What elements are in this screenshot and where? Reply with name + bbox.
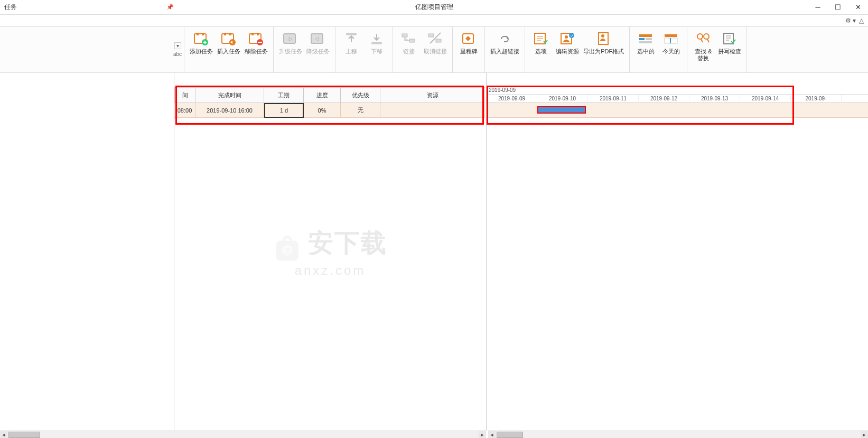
scroll-thumb[interactable] <box>8 432 40 438</box>
gear-icon[interactable]: ⚙ ▾ <box>845 17 856 24</box>
insert-task-label: 插入任务 <box>217 48 240 55</box>
ribbon-group-resource: 选项 编辑资源 导出为PDF格式 <box>525 27 630 72</box>
move-up-button[interactable]: 上移 <box>339 29 364 56</box>
remove-task-label: 移除任务 <box>245 48 268 55</box>
find-icon <box>695 30 712 47</box>
options-button[interactable]: 选项 <box>528 29 554 56</box>
timeline-row[interactable] <box>487 103 868 118</box>
col-resource[interactable]: 资源 <box>380 87 485 103</box>
milestone-icon <box>460 30 477 47</box>
svg-rect-32 <box>665 34 677 37</box>
svg-rect-2 <box>202 33 204 35</box>
milestone-button[interactable]: 里程碑 <box>456 29 481 56</box>
minimize-button[interactable]: ─ <box>808 0 828 15</box>
remove-task-button[interactable]: 移除任务 <box>242 29 270 56</box>
export-pdf-button[interactable]: 导出为PDF格式 <box>581 29 626 56</box>
selected-label: 选中的 <box>637 48 655 55</box>
svg-rect-17 <box>402 34 407 37</box>
abc-button[interactable]: abc <box>173 51 182 57</box>
edit-resource-label: 编辑资源 <box>556 48 579 55</box>
ribbon-group-view: 选中的 今天的 <box>630 27 687 72</box>
timeline-date[interactable]: 2019-09-13 <box>689 95 740 103</box>
scroll-left-icon[interactable]: ◄ <box>488 431 496 439</box>
cell-finish[interactable]: 2019-09-10 16:00 <box>195 103 264 118</box>
pin-icon[interactable]: 📌 <box>166 4 174 11</box>
export-pdf-icon <box>595 30 612 47</box>
svg-rect-15 <box>347 33 356 35</box>
edit-resource-button[interactable]: 编辑资源 <box>554 29 581 56</box>
export-pdf-label: 导出为PDF格式 <box>583 48 624 55</box>
options-icon <box>533 30 549 47</box>
dropdown-icon[interactable]: ▾ <box>174 42 181 49</box>
col-finish-time[interactable]: 完成时间 <box>195 87 264 103</box>
scroll-track[interactable] <box>7 431 479 439</box>
timeline-date[interactable]: 2019-09-14 <box>740 95 791 103</box>
col-progress[interactable]: 进度 <box>304 87 341 103</box>
options-label: 选项 <box>535 48 547 55</box>
watermark: 安 安下载 anxz.com <box>273 226 387 278</box>
find-replace-button[interactable]: 查找 & 替换 <box>690 29 716 63</box>
insert-hyperlink-button[interactable]: 插入超链接 <box>488 29 521 56</box>
cell-resource[interactable] <box>380 103 485 118</box>
hscroll-right[interactable]: ◄ ► <box>488 431 868 438</box>
timeline-date[interactable]: 2019-09- <box>791 95 842 103</box>
scroll-thumb[interactable] <box>497 432 523 438</box>
unlink-label: 取消链接 <box>424 48 447 55</box>
hyperlink-label: 插入超链接 <box>490 48 519 55</box>
svg-rect-12 <box>258 42 262 43</box>
timeline-date[interactable]: 2019-09-09 <box>487 95 537 103</box>
edit-resource-icon <box>559 30 576 47</box>
gantt-bar[interactable] <box>537 106 586 114</box>
table-row[interactable]: 08:00 2019-09-10 16:00 1 d 0% 无 <box>174 103 486 118</box>
ribbon-group-move: 上移 下移 <box>335 27 393 72</box>
quick-settings: ⚙ ▾ △ <box>0 15 868 26</box>
selected-icon <box>637 30 654 47</box>
downgrade-task-button[interactable]: 降级任务 <box>304 29 332 56</box>
scroll-left-icon[interactable]: ◄ <box>0 431 7 439</box>
grid-header: 间 完成时间 工期 进度 优先级 资源 <box>174 87 486 103</box>
unlink-button[interactable]: 取消链接 <box>422 29 449 56</box>
cell-duration[interactable]: 1 d <box>264 103 304 118</box>
add-task-button[interactable]: 添加任务 <box>188 29 215 56</box>
cell-progress[interactable]: 0% <box>304 103 341 118</box>
svg-rect-16 <box>372 42 381 44</box>
ribbon-group-level: 升级任务 降级任务 <box>274 27 335 72</box>
timeline-date[interactable]: 2019-09-10 <box>537 95 588 103</box>
scroll-right-icon[interactable]: ► <box>861 431 868 439</box>
scroll-right-icon[interactable]: ► <box>479 431 486 439</box>
svg-point-24 <box>565 35 568 39</box>
timeline-date[interactable]: 2019-09-12 <box>639 95 689 103</box>
svg-rect-1 <box>197 33 199 35</box>
upgrade-task-button[interactable]: 升级任务 <box>277 29 304 56</box>
col-duration[interactable]: 工期 <box>264 87 304 103</box>
move-up-label: 上移 <box>346 48 357 55</box>
spell-check-button[interactable]: 拼写检查 <box>716 29 743 56</box>
selected-button[interactable]: 选中的 <box>633 29 658 56</box>
today-label: 今天的 <box>662 48 680 55</box>
maximize-button[interactable]: ☐ <box>828 0 848 15</box>
find-replace-label: 查找 & 替换 <box>695 48 712 62</box>
cell-priority[interactable]: 无 <box>341 103 380 118</box>
hscroll-left[interactable]: ◄ ► <box>0 431 486 438</box>
svg-point-36 <box>704 34 709 39</box>
close-button[interactable]: ✕ <box>848 0 868 15</box>
downgrade-icon <box>310 30 326 47</box>
move-down-button[interactable]: 下移 <box>364 29 389 56</box>
timeline-start-label: 2019-09-09 <box>487 87 868 95</box>
timeline-date[interactable]: 2019-09-11 <box>588 95 639 103</box>
move-up-icon <box>343 30 360 47</box>
svg-rect-10 <box>257 33 259 35</box>
svg-rect-28 <box>639 34 652 37</box>
upgrade-label: 升级任务 <box>279 48 302 55</box>
cell-start-partial[interactable]: 08:00 <box>174 103 195 118</box>
svg-rect-5 <box>224 33 226 35</box>
scroll-track[interactable] <box>496 431 861 439</box>
col-time-partial[interactable]: 间 <box>174 87 195 103</box>
insert-task-button[interactable]: 插入任务 <box>215 29 242 56</box>
link-button[interactable]: 链接 <box>396 29 422 56</box>
remove-task-icon <box>248 30 265 47</box>
workspace: 间 完成时间 工期 进度 优先级 资源 08:00 2019-09-10 16:… <box>0 73 868 431</box>
collapse-ribbon-icon[interactable]: △ <box>859 17 864 24</box>
col-priority[interactable]: 优先级 <box>341 87 380 103</box>
today-button[interactable]: 今天的 <box>658 29 684 56</box>
